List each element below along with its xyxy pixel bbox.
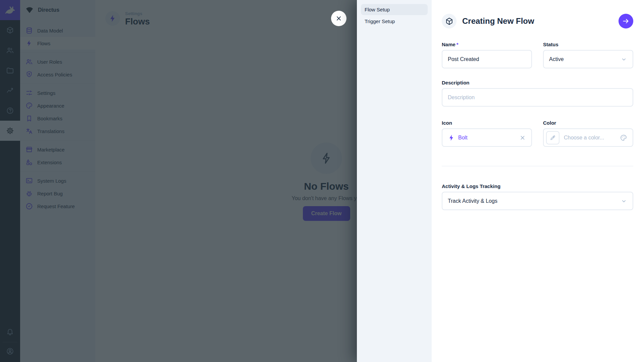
icon-color-row: Icon Bolt Color bbox=[442, 120, 633, 147]
status-label: Status bbox=[543, 42, 633, 47]
drawer-nav: Flow SetupTrigger Setup bbox=[357, 0, 432, 362]
drawer-nav-label: Flow Setup bbox=[365, 7, 390, 12]
cube-icon bbox=[445, 17, 453, 25]
drawer-nav-trigger-setup[interactable]: Trigger Setup bbox=[361, 16, 428, 27]
description-input[interactable] bbox=[442, 88, 633, 107]
app-window: Directus Data ModelFlowsUser RolesAccess… bbox=[0, 0, 644, 362]
chevron-down-icon bbox=[621, 198, 627, 204]
bolt-icon bbox=[448, 134, 455, 141]
status-select[interactable]: Active bbox=[543, 50, 633, 68]
eyedropper-button[interactable] bbox=[546, 131, 559, 144]
icon-label: Icon bbox=[442, 120, 532, 126]
palette-icon[interactable] bbox=[620, 134, 627, 141]
drawer-nav-flow-setup[interactable]: Flow Setup bbox=[361, 4, 428, 15]
close-drawer-button[interactable] bbox=[331, 11, 346, 26]
arrow-right-icon bbox=[622, 17, 630, 25]
tracking-select[interactable]: Track Activity & Logs bbox=[442, 192, 633, 210]
drawer-title: Creating New Flow bbox=[462, 16, 613, 26]
description-label: Description bbox=[442, 80, 633, 85]
required-asterisk: * bbox=[457, 42, 459, 47]
status-field-group: Status Active bbox=[543, 42, 633, 68]
color-placeholder: Choose a color... bbox=[564, 135, 604, 141]
icon-select[interactable]: Bolt bbox=[442, 128, 532, 147]
create-flow-drawer: Flow SetupTrigger Setup Creating New Flo… bbox=[357, 0, 644, 362]
flow-setup-form: Name* Status Active Descri bbox=[442, 42, 633, 210]
name-label: Name* bbox=[442, 42, 532, 47]
tracking-field-group: Activity & Logs Tracking Track Activity … bbox=[442, 183, 633, 210]
chevron-down-icon bbox=[621, 56, 627, 63]
status-value: Active bbox=[549, 56, 564, 62]
clear-icon-button[interactable] bbox=[519, 134, 526, 141]
drawer-header: Creating New Flow bbox=[442, 11, 633, 31]
icon-field-group: Icon Bolt bbox=[442, 120, 532, 147]
icon-value: Bolt bbox=[458, 135, 468, 141]
color-field-group: Color Choose a color... bbox=[543, 120, 633, 147]
section-divider bbox=[442, 166, 633, 166]
submit-flow-button[interactable] bbox=[619, 14, 633, 28]
drawer-nav-label: Trigger Setup bbox=[365, 18, 395, 24]
close-icon bbox=[335, 15, 342, 22]
description-field-group: Description bbox=[442, 80, 633, 107]
tracking-label: Activity & Logs Tracking bbox=[442, 183, 633, 189]
name-field-group: Name* bbox=[442, 42, 532, 68]
color-label: Color bbox=[543, 120, 633, 126]
drawer-header-icon-circle bbox=[442, 14, 457, 28]
name-input[interactable] bbox=[442, 50, 532, 68]
name-status-row: Name* Status Active bbox=[442, 42, 633, 68]
color-input[interactable]: Choose a color... bbox=[543, 128, 633, 147]
tracking-value: Track Activity & Logs bbox=[448, 198, 497, 204]
drawer-main: Creating New Flow Name* Status Active bbox=[432, 0, 644, 362]
eyedropper-icon bbox=[550, 135, 556, 141]
